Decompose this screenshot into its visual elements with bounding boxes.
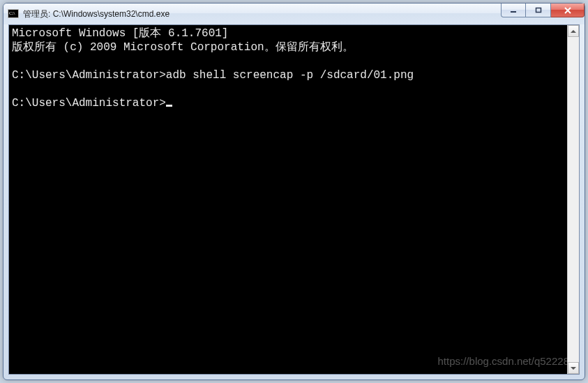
terminal-command: adb shell screencap -p /sdcard/01.png xyxy=(166,69,414,82)
close-button[interactable] xyxy=(551,3,585,17)
terminal-cursor xyxy=(166,105,172,107)
cmd-window: C:\ 管理员: C:\Windows\system32\cmd.exe Mic… xyxy=(3,3,585,380)
terminal-line: 版权所有 (c) 2009 Microsoft Corporation。保留所有… xyxy=(12,41,354,54)
cmd-icon: C:\ xyxy=(8,8,19,20)
scroll-track[interactable] xyxy=(568,37,579,362)
svg-rect-3 xyxy=(536,8,541,12)
minimize-button[interactable] xyxy=(501,3,526,17)
scroll-down-button[interactable] xyxy=(568,362,579,374)
terminal-prompt: C:\Users\Administrator> xyxy=(12,69,166,82)
svg-text:C:\: C:\ xyxy=(9,10,15,16)
window-title: 管理员: C:\Windows\system32\cmd.exe xyxy=(23,8,501,20)
titlebar[interactable]: C:\ 管理员: C:\Windows\system32\cmd.exe xyxy=(3,3,585,24)
terminal-line: Microsoft Windows [版本 6.1.7601] xyxy=(12,27,228,40)
scroll-up-button[interactable] xyxy=(568,25,579,37)
terminal-prompt: C:\Users\Administrator> xyxy=(12,97,166,110)
chevron-down-icon xyxy=(571,367,576,370)
vertical-scrollbar[interactable] xyxy=(567,25,579,374)
window-buttons xyxy=(501,3,585,24)
maximize-button[interactable] xyxy=(526,3,551,17)
client-area: Microsoft Windows [版本 6.1.7601] 版权所有 (c)… xyxy=(8,24,580,375)
terminal-output[interactable]: Microsoft Windows [版本 6.1.7601] 版权所有 (c)… xyxy=(9,25,566,374)
chevron-up-icon xyxy=(571,30,576,33)
